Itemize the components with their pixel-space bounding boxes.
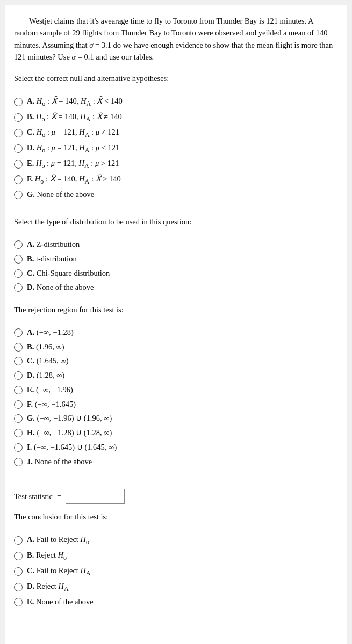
q3-radio-B[interactable] [14, 343, 23, 352]
q2-label-A: A. Z-distribution [27, 239, 80, 251]
q3-radio-E[interactable] [14, 386, 23, 394]
q3-label-C: C. (1.645, ∞) [27, 355, 69, 367]
q4-options: A. Fail to Reject Ho B. Reject Ho C. Fai… [14, 534, 338, 608]
q1-radio-C[interactable] [14, 129, 23, 137]
q2-label-B: B. t-distribution [27, 253, 77, 265]
q1-label-E: E. Ho : μ = 121, HA : μ > 121 [27, 158, 119, 171]
q4-radio-D[interactable] [14, 583, 23, 591]
q4-radio-C[interactable] [14, 567, 23, 576]
q3-label-I: I. (−∞, −1.645) ∪ (1.645, ∞) [27, 442, 117, 453]
q3-label-H: H. (−∞, −1.28) ∪ (1.28, ∞) [27, 427, 112, 439]
q3-option-E[interactable]: E. (−∞, −1.96) [14, 384, 338, 396]
q1-question: Select the correct null and alternative … [14, 73, 338, 85]
q3-option-C[interactable]: C. (1.645, ∞) [14, 355, 338, 367]
q3-label-E: E. (−∞, −1.96) [27, 384, 73, 396]
q4-option-C[interactable]: C. Fail to Reject HA [14, 565, 338, 578]
q2-option-B[interactable]: B. t-distribution [14, 253, 338, 265]
q3-options: A. (−∞, −1.28) B. (1.96, ∞) C. (1.645, ∞… [14, 327, 338, 468]
q4-option-A[interactable]: A. Fail to Reject Ho [14, 534, 338, 547]
q3-radio-F[interactable] [14, 400, 23, 409]
q1-option-C[interactable]: C. Ho : μ = 121, HA : μ ≠ 121 [14, 127, 338, 140]
q4-option-E[interactable]: E. None of the above [14, 596, 338, 608]
q4-radio-E[interactable] [14, 598, 23, 606]
test-statistic-row: Test statistic = [14, 489, 338, 504]
q2-label-D: D. None of the above [27, 282, 94, 294]
q3-radio-I[interactable] [14, 443, 23, 452]
test-statistic-input[interactable] [66, 489, 125, 504]
q1-radio-E[interactable] [14, 160, 23, 169]
q1-radio-F[interactable] [14, 175, 23, 184]
q3-option-J[interactable]: J. None of the above [14, 456, 338, 468]
q1-option-E[interactable]: E. Ho : μ = 121, HA : μ > 121 [14, 158, 338, 171]
q4-option-B[interactable]: B. Reject Ho [14, 550, 338, 562]
q2-option-D[interactable]: D. None of the above [14, 282, 338, 294]
q1-option-B[interactable]: B. Ho : X̄ = 140, HA : X̄ ≠ 140 [14, 111, 338, 124]
q1-option-A[interactable]: A. Ho : X̄ = 140, HA : X̄ < 140 [14, 96, 338, 108]
q1-radio-D[interactable] [14, 144, 23, 153]
q3-label-B: B. (1.96, ∞) [27, 341, 64, 353]
q4-radio-B[interactable] [14, 552, 23, 560]
q3-option-D[interactable]: D. (1.28, ∞) [14, 370, 338, 382]
q3-option-G[interactable]: G. (−∞, −1.96) ∪ (1.96, ∞) [14, 413, 338, 425]
q3-option-I[interactable]: I. (−∞, −1.645) ∪ (1.645, ∞) [14, 442, 338, 453]
page: Westjet claims that it's avearage time t… [5, 5, 347, 644]
q1-options: A. Ho : X̄ = 140, HA : X̄ < 140 B. Ho : … [14, 96, 338, 201]
q4-radio-A[interactable] [14, 536, 23, 545]
q3-radio-G[interactable] [14, 414, 23, 423]
q1-radio-A[interactable] [14, 98, 23, 106]
q2-label-C: C. Chi-Square distribution [27, 268, 110, 280]
q4-question: The conclusion for this test is: [14, 511, 338, 523]
q2-radio-C[interactable] [14, 269, 23, 278]
q1-label-B: B. Ho : X̄ = 140, HA : X̄ ≠ 140 [27, 111, 122, 124]
q1-label-G: G. None of the above [27, 189, 94, 201]
q1-label-A: A. Ho : X̄ = 140, HA : X̄ < 140 [27, 96, 123, 108]
q3-radio-H[interactable] [14, 429, 23, 437]
q3-option-B[interactable]: B. (1.96, ∞) [14, 341, 338, 353]
q4-option-D[interactable]: D. Reject HA [14, 581, 338, 594]
q3-radio-D[interactable] [14, 371, 23, 380]
q2-radio-A[interactable] [14, 240, 23, 249]
q4-label-B: B. Reject Ho [27, 550, 67, 562]
q2-radio-B[interactable] [14, 255, 23, 264]
q3-label-A: A. (−∞, −1.28) [27, 327, 74, 339]
q4-label-A: A. Fail to Reject Ho [27, 534, 89, 547]
q3-radio-J[interactable] [14, 458, 23, 466]
test-statistic-equals: = [57, 491, 61, 503]
q4-label-E: E. None of the above [27, 596, 94, 608]
q1-label-D: D. Ho : μ = 121, HA : μ < 121 [27, 142, 119, 155]
q1-option-G[interactable]: G. None of the above [14, 189, 338, 201]
q3-radio-C[interactable] [14, 357, 23, 365]
q3-label-G: G. (−∞, −1.96) ∪ (1.96, ∞) [27, 413, 112, 425]
q3-option-F[interactable]: F. (−∞, −1.645) [14, 399, 338, 411]
q1-option-D[interactable]: D. Ho : μ = 121, HA : μ < 121 [14, 142, 338, 155]
q3-option-H[interactable]: H. (−∞, −1.28) ∪ (1.28, ∞) [14, 427, 338, 439]
q3-option-A[interactable]: A. (−∞, −1.28) [14, 327, 338, 339]
q3-question: The rejection region for this test is: [14, 304, 338, 316]
q1-label-C: C. Ho : μ = 121, HA : μ ≠ 121 [27, 127, 119, 140]
q2-option-C[interactable]: C. Chi-Square distribution [14, 268, 338, 280]
test-statistic-label: Test statistic [14, 491, 53, 503]
q3-label-F: F. (−∞, −1.645) [27, 399, 76, 411]
q1-label-F: F. Ho : X̄ = 140, HA : X̄ > 140 [27, 173, 121, 186]
q1-option-F[interactable]: F. Ho : X̄ = 140, HA : X̄ > 140 [14, 173, 338, 186]
q3-label-J: J. None of the above [27, 456, 92, 468]
q2-radio-D[interactable] [14, 283, 23, 292]
intro-paragraph: Westjet claims that it's avearage time t… [14, 15, 338, 63]
q3-radio-A[interactable] [14, 328, 23, 337]
q1-radio-G[interactable] [14, 191, 23, 199]
q2-option-A[interactable]: A. Z-distribution [14, 239, 338, 251]
q4-label-D: D. Reject HA [27, 581, 69, 594]
q2-question: Select the type of distribution to be us… [14, 216, 338, 228]
q2-options: A. Z-distribution B. t-distribution C. C… [14, 239, 338, 294]
q4-label-C: C. Fail to Reject HA [27, 565, 91, 578]
q3-label-D: D. (1.28, ∞) [27, 370, 64, 382]
q1-radio-B[interactable] [14, 113, 23, 122]
